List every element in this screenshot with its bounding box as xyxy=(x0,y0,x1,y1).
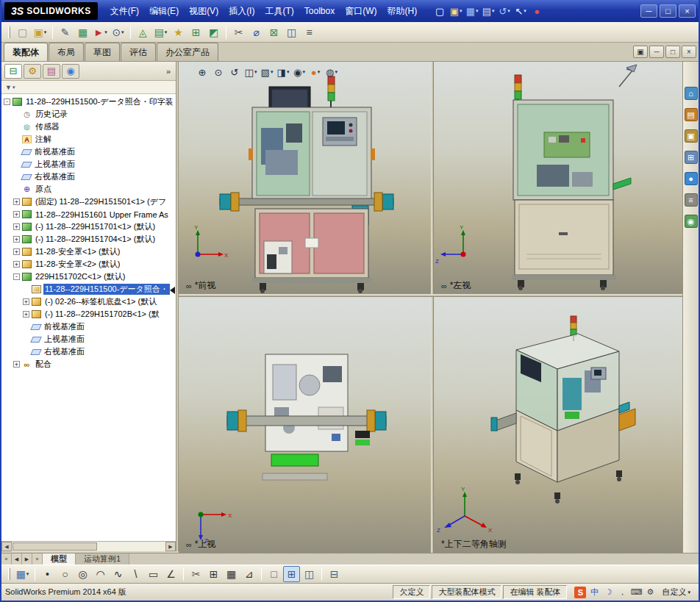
custom-properties-icon[interactable]: ≡ xyxy=(685,193,698,207)
menu-window[interactable]: 窗口(W) xyxy=(340,2,382,21)
customize-button[interactable]: 自定义 ▾ xyxy=(657,586,695,598)
appearances-scenes-icon[interactable]: ● xyxy=(685,172,698,185)
tree-item[interactable]: +右视基准面 xyxy=(1,345,176,358)
menu-tools[interactable]: 工具(T) xyxy=(260,2,299,21)
ime-settings-icon[interactable]: ⚙ xyxy=(644,587,656,598)
pattern-icon[interactable]: ⊞ xyxy=(205,566,222,582)
menu-file[interactable]: 文件(F) xyxy=(105,2,144,21)
insert-components-icon[interactable]: ►▾ xyxy=(92,24,109,40)
interference-detection-icon[interactable]: ◩ xyxy=(205,24,222,40)
tree-item[interactable]: +上视基准面 xyxy=(1,158,176,171)
view-palette-icon[interactable]: ⊞ xyxy=(685,151,698,164)
viewport-splitter-horizontal[interactable] xyxy=(179,294,685,297)
undo-icon[interactable]: ↺▾ xyxy=(497,4,512,18)
mass-properties-icon[interactable]: ⊠ xyxy=(265,24,282,40)
first-tab-button[interactable]: « xyxy=(1,553,12,565)
expand-icon[interactable]: + xyxy=(23,311,29,318)
section-icon[interactable]: ⊟ xyxy=(326,566,343,582)
ellipse-icon[interactable]: ◎ xyxy=(74,566,91,582)
child-maximize-button[interactable]: □ xyxy=(665,46,680,58)
assembly-visualization-icon[interactable]: ▤▾ xyxy=(152,24,169,40)
tree-item[interactable]: +∞配合 xyxy=(1,358,176,370)
viewport-top[interactable]: X Z ∞ *上视 xyxy=(179,297,431,553)
menu-view[interactable]: 视图(V) xyxy=(184,2,224,21)
next-tab-button[interactable]: ▶ xyxy=(22,553,32,565)
expand-icon[interactable]: + xyxy=(13,361,20,368)
tree-item[interactable]: +右视基准面 xyxy=(1,171,176,183)
child-close-button[interactable]: × xyxy=(682,46,696,58)
menu-help[interactable]: 帮助(H) xyxy=(382,2,422,21)
tree-item[interactable]: -229H151702C<1> (默认) xyxy=(1,270,176,283)
file-explorer-icon[interactable]: ▣ xyxy=(685,129,698,143)
arc-icon[interactable]: ◠ xyxy=(92,566,109,582)
scrollbar-thumb[interactable] xyxy=(12,542,97,551)
trim-icon[interactable]: ✂ xyxy=(188,566,204,582)
child-minimize-button[interactable]: ─ xyxy=(649,46,664,58)
chinese-mode-icon[interactable]: 中 xyxy=(588,587,600,598)
two-view-icon[interactable]: ◫ xyxy=(301,566,318,582)
tree-item[interactable]: +◎传感器 xyxy=(1,121,176,133)
smart-fasteners-icon[interactable]: ★ xyxy=(170,24,187,40)
tree-item[interactable]: +前视基准面 xyxy=(1,146,176,158)
tab-layout[interactable]: 布局 xyxy=(49,43,84,61)
sogou-logo-icon[interactable]: S xyxy=(574,587,586,598)
tree-item[interactable]: -11-28--229H151500-データ照合・印字装 xyxy=(1,96,176,108)
new-window-icon[interactable]: ▢ xyxy=(14,24,31,40)
collapse-icon[interactable]: - xyxy=(4,98,10,105)
open-icon[interactable]: ▣▾ xyxy=(449,4,463,18)
menu-insert[interactable]: 插入(I) xyxy=(224,2,260,21)
save-icon[interactable]: ▦▾ xyxy=(14,566,31,582)
tree-item[interactable]: +上视基准面 xyxy=(1,333,176,345)
exploded-view-icon[interactable]: ◬ xyxy=(135,24,151,40)
display-style-icon[interactable]: ◨▾ xyxy=(276,65,290,79)
expand-icon[interactable]: + xyxy=(13,248,20,255)
tab-model[interactable]: 模型 xyxy=(43,553,76,565)
menu-toolbox[interactable]: Toolbox xyxy=(299,3,340,19)
design-library-icon[interactable]: ▤ xyxy=(685,108,698,121)
collapse-icon[interactable]: - xyxy=(13,273,20,280)
tree-item[interactable]: +(固定) 11-28--229H151501<1> (デフ xyxy=(1,196,176,208)
tree-item[interactable]: +A注解 xyxy=(1,133,176,146)
linear-pattern-icon[interactable]: ⊞ xyxy=(188,24,204,40)
expand-icon[interactable]: + xyxy=(23,298,29,305)
tree-item[interactable]: +(-) 02-26--标签机底盘<1> (默认 xyxy=(1,295,176,308)
maximize-button[interactable]: □ xyxy=(660,4,676,18)
tree-item[interactable]: +◷历史记录 xyxy=(1,108,176,121)
select-icon[interactable]: ↖▾ xyxy=(513,4,528,18)
line-icon[interactable]: \ xyxy=(127,566,144,582)
solidworks-resources-icon[interactable]: ⌂ xyxy=(685,87,698,100)
apply-scene-icon[interactable]: ◍▾ xyxy=(324,65,339,79)
print-icon[interactable]: ▤▾ xyxy=(481,4,496,18)
scrollbar-track[interactable] xyxy=(12,542,165,551)
scroll-left-button[interactable]: ◀ xyxy=(1,542,12,551)
view-orientation-icon[interactable]: ▧▾ xyxy=(260,65,274,79)
tree-item[interactable]: +11-28--229H151500-データ照合・ xyxy=(1,283,176,295)
zoom-to-selection-icon[interactable]: ⊙▾ xyxy=(110,24,126,40)
tab-sketch[interactable]: 草图 xyxy=(85,43,120,61)
expand-icon[interactable]: + xyxy=(13,223,20,230)
toolbar-grip[interactable] xyxy=(8,26,10,38)
toolbar-grip[interactable] xyxy=(8,568,10,580)
soft-keyboard-icon[interactable]: ⌨ xyxy=(630,587,642,598)
single-view-icon[interactable]: □ xyxy=(265,566,282,582)
grid-icon[interactable]: ▦ xyxy=(223,566,240,582)
bom-table-icon[interactable]: ▦ xyxy=(74,24,91,40)
save-icon[interactable]: ▦▾ xyxy=(465,4,479,18)
new-document-icon[interactable]: ▢ xyxy=(432,4,447,18)
last-tab-button[interactable]: » xyxy=(32,553,43,565)
expand-icon[interactable]: + xyxy=(13,261,20,268)
tree-item[interactable]: +⊕原点 xyxy=(1,183,176,196)
menu-edit[interactable]: 编辑(E) xyxy=(144,2,184,21)
tree-filter-bar[interactable]: ▼ ▾ xyxy=(1,81,176,94)
help-icon[interactable]: ● xyxy=(529,4,544,18)
forum-icon[interactable]: ◉ xyxy=(685,215,698,228)
tab-evaluate[interactable]: 评估 xyxy=(121,43,156,61)
half-width-icon[interactable]: ☽ xyxy=(602,587,614,598)
tree-item[interactable]: +11-28-安全罩<2> (默认) xyxy=(1,258,176,270)
close-button[interactable]: × xyxy=(679,4,696,18)
expand-icon[interactable]: + xyxy=(13,211,20,218)
edit-part-icon[interactable]: ✎ xyxy=(57,24,74,40)
featuremanager-tab-icon[interactable]: ⊟ xyxy=(4,64,22,79)
panel-collapse-arrow[interactable] xyxy=(170,287,175,294)
section-view-icon[interactable]: ◫▾ xyxy=(243,65,258,79)
